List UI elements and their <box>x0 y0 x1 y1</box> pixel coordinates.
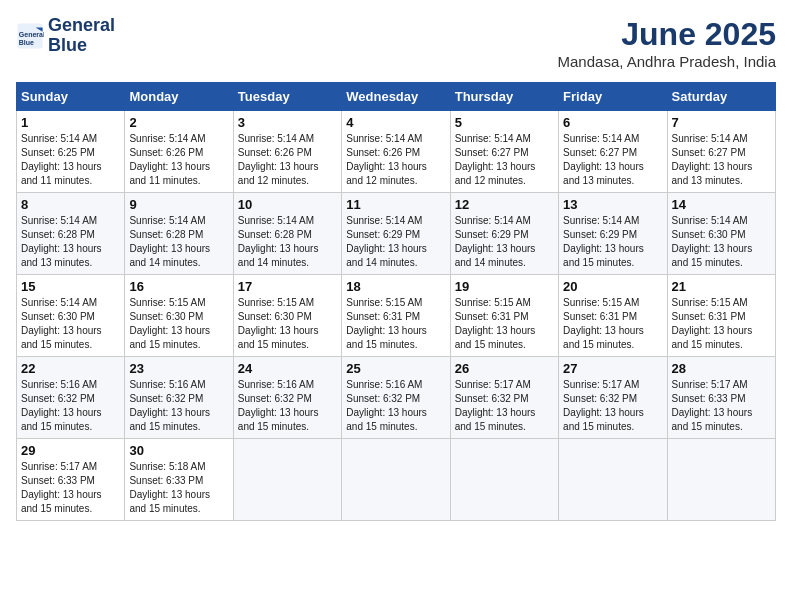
calendar-day-12: 12 Sunrise: 5:14 AM Sunset: 6:29 PM Dayl… <box>450 193 558 275</box>
calendar-day-26: 26 Sunrise: 5:17 AM Sunset: 6:32 PM Dayl… <box>450 357 558 439</box>
day-number: 16 <box>129 279 228 294</box>
svg-text:General: General <box>19 31 44 38</box>
page-header: General Blue General Blue June 2025 Mand… <box>16 16 776 70</box>
calendar-day-28: 28 Sunrise: 5:17 AM Sunset: 6:33 PM Dayl… <box>667 357 775 439</box>
calendar-day-11: 11 Sunrise: 5:14 AM Sunset: 6:29 PM Dayl… <box>342 193 450 275</box>
day-number: 10 <box>238 197 337 212</box>
calendar-week-4: 22 Sunrise: 5:16 AM Sunset: 6:32 PM Dayl… <box>17 357 776 439</box>
day-number: 14 <box>672 197 771 212</box>
calendar-week-1: 1 Sunrise: 5:14 AM Sunset: 6:25 PM Dayli… <box>17 111 776 193</box>
calendar-day-22: 22 Sunrise: 5:16 AM Sunset: 6:32 PM Dayl… <box>17 357 125 439</box>
empty-cell <box>342 439 450 521</box>
calendar-day-4: 4 Sunrise: 5:14 AM Sunset: 6:26 PM Dayli… <box>342 111 450 193</box>
calendar-day-25: 25 Sunrise: 5:16 AM Sunset: 6:32 PM Dayl… <box>342 357 450 439</box>
calendar-day-3: 3 Sunrise: 5:14 AM Sunset: 6:26 PM Dayli… <box>233 111 341 193</box>
empty-cell <box>667 439 775 521</box>
day-number: 4 <box>346 115 445 130</box>
calendar-day-6: 6 Sunrise: 5:14 AM Sunset: 6:27 PM Dayli… <box>559 111 667 193</box>
empty-cell <box>450 439 558 521</box>
title-area: June 2025 Mandasa, Andhra Pradesh, India <box>558 16 776 70</box>
month-year-title: June 2025 <box>558 16 776 53</box>
day-info: Sunrise: 5:14 AM Sunset: 6:30 PM Dayligh… <box>21 296 120 352</box>
calendar-day-7: 7 Sunrise: 5:14 AM Sunset: 6:27 PM Dayli… <box>667 111 775 193</box>
calendar-day-14: 14 Sunrise: 5:14 AM Sunset: 6:30 PM Dayl… <box>667 193 775 275</box>
calendar-day-17: 17 Sunrise: 5:15 AM Sunset: 6:30 PM Dayl… <box>233 275 341 357</box>
day-number: 17 <box>238 279 337 294</box>
day-info: Sunrise: 5:14 AM Sunset: 6:26 PM Dayligh… <box>129 132 228 188</box>
calendar-day-1: 1 Sunrise: 5:14 AM Sunset: 6:25 PM Dayli… <box>17 111 125 193</box>
day-number: 13 <box>563 197 662 212</box>
calendar-week-3: 15 Sunrise: 5:14 AM Sunset: 6:30 PM Dayl… <box>17 275 776 357</box>
location-subtitle: Mandasa, Andhra Pradesh, India <box>558 53 776 70</box>
calendar-week-5: 29 Sunrise: 5:17 AM Sunset: 6:33 PM Dayl… <box>17 439 776 521</box>
day-number: 15 <box>21 279 120 294</box>
column-header-sunday: Sunday <box>17 83 125 111</box>
day-number: 24 <box>238 361 337 376</box>
column-header-wednesday: Wednesday <box>342 83 450 111</box>
calendar-day-30: 30 Sunrise: 5:18 AM Sunset: 6:33 PM Dayl… <box>125 439 233 521</box>
day-info: Sunrise: 5:17 AM Sunset: 6:33 PM Dayligh… <box>672 378 771 434</box>
column-header-thursday: Thursday <box>450 83 558 111</box>
day-number: 30 <box>129 443 228 458</box>
calendar-day-13: 13 Sunrise: 5:14 AM Sunset: 6:29 PM Dayl… <box>559 193 667 275</box>
day-number: 7 <box>672 115 771 130</box>
calendar-day-16: 16 Sunrise: 5:15 AM Sunset: 6:30 PM Dayl… <box>125 275 233 357</box>
day-info: Sunrise: 5:16 AM Sunset: 6:32 PM Dayligh… <box>346 378 445 434</box>
day-info: Sunrise: 5:15 AM Sunset: 6:31 PM Dayligh… <box>672 296 771 352</box>
day-info: Sunrise: 5:17 AM Sunset: 6:32 PM Dayligh… <box>455 378 554 434</box>
day-number: 25 <box>346 361 445 376</box>
day-info: Sunrise: 5:14 AM Sunset: 6:26 PM Dayligh… <box>346 132 445 188</box>
day-info: Sunrise: 5:18 AM Sunset: 6:33 PM Dayligh… <box>129 460 228 516</box>
day-info: Sunrise: 5:14 AM Sunset: 6:28 PM Dayligh… <box>238 214 337 270</box>
day-number: 21 <box>672 279 771 294</box>
column-header-saturday: Saturday <box>667 83 775 111</box>
empty-cell <box>233 439 341 521</box>
day-info: Sunrise: 5:15 AM Sunset: 6:30 PM Dayligh… <box>238 296 337 352</box>
day-info: Sunrise: 5:14 AM Sunset: 6:25 PM Dayligh… <box>21 132 120 188</box>
day-info: Sunrise: 5:15 AM Sunset: 6:31 PM Dayligh… <box>563 296 662 352</box>
empty-cell <box>559 439 667 521</box>
calendar-day-21: 21 Sunrise: 5:15 AM Sunset: 6:31 PM Dayl… <box>667 275 775 357</box>
calendar-day-18: 18 Sunrise: 5:15 AM Sunset: 6:31 PM Dayl… <box>342 275 450 357</box>
calendar-day-2: 2 Sunrise: 5:14 AM Sunset: 6:26 PM Dayli… <box>125 111 233 193</box>
day-number: 20 <box>563 279 662 294</box>
logo-icon: General Blue <box>16 22 44 50</box>
day-number: 1 <box>21 115 120 130</box>
day-info: Sunrise: 5:14 AM Sunset: 6:26 PM Dayligh… <box>238 132 337 188</box>
day-number: 19 <box>455 279 554 294</box>
day-number: 5 <box>455 115 554 130</box>
day-number: 23 <box>129 361 228 376</box>
calendar-week-2: 8 Sunrise: 5:14 AM Sunset: 6:28 PM Dayli… <box>17 193 776 275</box>
day-number: 29 <box>21 443 120 458</box>
column-header-tuesday: Tuesday <box>233 83 341 111</box>
calendar-header-row: SundayMondayTuesdayWednesdayThursdayFrid… <box>17 83 776 111</box>
day-info: Sunrise: 5:14 AM Sunset: 6:29 PM Dayligh… <box>346 214 445 270</box>
calendar-day-27: 27 Sunrise: 5:17 AM Sunset: 6:32 PM Dayl… <box>559 357 667 439</box>
day-number: 8 <box>21 197 120 212</box>
day-info: Sunrise: 5:16 AM Sunset: 6:32 PM Dayligh… <box>129 378 228 434</box>
day-number: 6 <box>563 115 662 130</box>
day-number: 22 <box>21 361 120 376</box>
logo: General Blue General Blue <box>16 16 115 56</box>
logo-text: General Blue <box>48 16 115 56</box>
day-number: 28 <box>672 361 771 376</box>
day-info: Sunrise: 5:14 AM Sunset: 6:28 PM Dayligh… <box>21 214 120 270</box>
day-info: Sunrise: 5:14 AM Sunset: 6:30 PM Dayligh… <box>672 214 771 270</box>
calendar-day-8: 8 Sunrise: 5:14 AM Sunset: 6:28 PM Dayli… <box>17 193 125 275</box>
calendar-day-19: 19 Sunrise: 5:15 AM Sunset: 6:31 PM Dayl… <box>450 275 558 357</box>
svg-text:Blue: Blue <box>19 39 34 46</box>
calendar-day-24: 24 Sunrise: 5:16 AM Sunset: 6:32 PM Dayl… <box>233 357 341 439</box>
day-info: Sunrise: 5:14 AM Sunset: 6:27 PM Dayligh… <box>455 132 554 188</box>
column-header-monday: Monday <box>125 83 233 111</box>
day-info: Sunrise: 5:14 AM Sunset: 6:27 PM Dayligh… <box>672 132 771 188</box>
day-number: 12 <box>455 197 554 212</box>
day-info: Sunrise: 5:16 AM Sunset: 6:32 PM Dayligh… <box>21 378 120 434</box>
column-header-friday: Friday <box>559 83 667 111</box>
day-info: Sunrise: 5:14 AM Sunset: 6:28 PM Dayligh… <box>129 214 228 270</box>
day-number: 9 <box>129 197 228 212</box>
day-number: 11 <box>346 197 445 212</box>
day-info: Sunrise: 5:16 AM Sunset: 6:32 PM Dayligh… <box>238 378 337 434</box>
day-info: Sunrise: 5:14 AM Sunset: 6:29 PM Dayligh… <box>563 214 662 270</box>
day-info: Sunrise: 5:17 AM Sunset: 6:32 PM Dayligh… <box>563 378 662 434</box>
calendar-day-23: 23 Sunrise: 5:16 AM Sunset: 6:32 PM Dayl… <box>125 357 233 439</box>
